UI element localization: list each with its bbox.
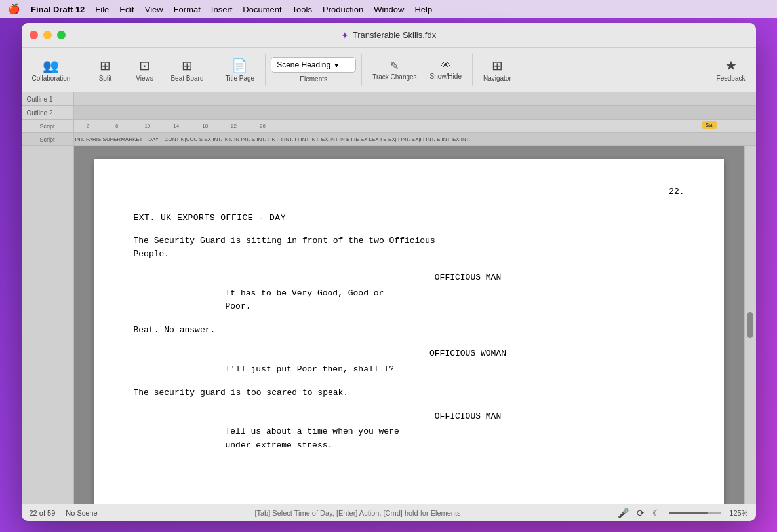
scene-heading-text: Scene Heading: [277, 60, 330, 69]
zoom-level: 125%: [729, 509, 747, 517]
divider-1: [81, 54, 81, 86]
menu-production[interactable]: Production: [317, 3, 369, 16]
character-3: OFFICIOUS MAN: [134, 410, 685, 423]
split-label: Split: [99, 75, 111, 82]
nav-scenes[interactable]: INT. PARIS SUPERMARKET – DAY – CONTIN[UO…: [74, 133, 756, 145]
outline2-label[interactable]: Outline 2: [27, 109, 53, 117]
outline2-sidebar: Outline 2: [22, 106, 74, 119]
beat-board-label: Beat Board: [170, 75, 203, 82]
ruler-script-label: Script: [39, 123, 54, 130]
toolbar: 👥 Collaboration ⊞ Split ⊡ Views ⊞ Beat B…: [22, 48, 756, 92]
action-3: The security guard is too scared to spea…: [134, 387, 685, 400]
scene-heading: EXT. UK EXPORTS OFFICE - DAY: [134, 212, 685, 225]
beat-board-icon: ⊞: [182, 58, 193, 73]
zoom-slider[interactable]: [669, 512, 721, 514]
menu-tools[interactable]: Tools: [287, 3, 317, 16]
nav-strip: Script INT. PARIS SUPERMARKET – DAY – CO…: [22, 133, 756, 146]
track-changes-icon: ✎: [390, 60, 399, 72]
feedback-button[interactable]: ★ Feedback: [711, 55, 751, 85]
mic-icon[interactable]: 🎤: [618, 508, 629, 518]
title-page-button[interactable]: 📄 Title Page: [220, 55, 260, 85]
statusbar: 22 of 59 No Scene [Tab] Select Time of D…: [22, 504, 756, 521]
scrollbar-thumb[interactable]: [747, 312, 753, 338]
divider-4: [361, 54, 362, 86]
content-area: 22. EXT. UK EXPORTS OFFICE - DAY The Sec…: [22, 146, 756, 504]
menu-insert[interactable]: Insert: [206, 3, 238, 16]
track-changes-button[interactable]: ✎ Track Changes: [367, 57, 422, 83]
character-2: OFFICIOUS WOMAN: [134, 347, 685, 360]
outline1-label[interactable]: Outline 1: [27, 96, 53, 103]
outline-sidebar: Outline 1: [22, 92, 74, 105]
window-controls: [30, 31, 66, 39]
menu-format[interactable]: Format: [169, 3, 206, 16]
scene-info: No Scene: [66, 509, 97, 517]
action-1: The Security Guard is sitting in front o…: [134, 235, 685, 261]
dialogue-2: I'll just put Poor then, shall I?: [134, 363, 685, 376]
menu-edit[interactable]: Edit: [114, 3, 139, 16]
outline-bar: Outline 1: [22, 92, 756, 106]
title-page-icon: 📄: [231, 58, 248, 73]
page-count: 22 of 59: [30, 509, 56, 517]
feedback-label: Feedback: [717, 75, 746, 82]
navigator-icon: ⊞: [492, 58, 503, 73]
collaboration-label: Collaboration: [32, 75, 71, 82]
dark-mode-icon[interactable]: ☾: [652, 508, 661, 518]
dialogue-3: Tell us about a time when you wereunder …: [134, 425, 685, 451]
sync-icon[interactable]: ⟳: [637, 508, 645, 518]
elements-label: Elements: [300, 75, 327, 83]
outline2-content: [74, 106, 756, 119]
titlebar: ✦ Transferable Skills.fdx: [22, 23, 756, 48]
script-area[interactable]: 22. EXT. UK EXPORTS OFFICE - DAY The Sec…: [74, 146, 744, 504]
collaboration-button[interactable]: 👥 Collaboration: [27, 55, 76, 85]
minimize-button[interactable]: [43, 31, 52, 39]
menu-document[interactable]: Document: [237, 3, 287, 16]
show-hide-label: Show/Hide: [430, 73, 462, 80]
menu-window[interactable]: Window: [369, 3, 409, 16]
script-page: 22. EXT. UK EXPORTS OFFICE - DAY The Sec…: [94, 159, 724, 504]
statusbar-left: 22 of 59 No Scene: [30, 509, 98, 517]
navigator-button[interactable]: ⊞ Navigator: [478, 55, 517, 85]
menu-file[interactable]: File: [90, 3, 114, 16]
statusbar-right: 🎤 ⟳ ☾ 125%: [618, 508, 747, 518]
views-label: Views: [136, 75, 153, 82]
app-window: ✦ Transferable Skills.fdx 👥 Collaboratio…: [22, 23, 756, 521]
left-sidebar: [22, 146, 74, 504]
character-1: OFFICIOUS MAN: [134, 271, 685, 284]
ruler-marks: 2 6 10 14 18 22 26 Sal: [74, 120, 756, 132]
hint-text: [Tab] Select Time of Day, [Enter] Action…: [254, 509, 460, 517]
dropdown-arrow-icon: ▼: [333, 62, 340, 69]
close-button[interactable]: [30, 31, 38, 39]
views-button[interactable]: ⊡ Views: [126, 55, 163, 85]
title-text: Transferable Skills.fdx: [353, 30, 436, 40]
file-icon: ✦: [341, 30, 349, 41]
nav-sidebar-script: Script: [22, 133, 74, 145]
menu-view[interactable]: View: [140, 3, 169, 16]
split-button[interactable]: ⊞ Split: [87, 55, 123, 85]
outline1-content: [74, 92, 756, 105]
show-hide-icon: 👁: [441, 60, 451, 71]
sal-highlight: Sal: [702, 121, 716, 129]
ruler-main: 2 6 10 14 18 22 26 Sal: [74, 120, 756, 132]
feedback-icon: ★: [725, 58, 737, 73]
collaboration-icon: 👥: [43, 58, 59, 73]
scene-heading-dropdown[interactable]: Scene Heading ▼: [271, 57, 356, 73]
window-title: ✦ Transferable Skills.fdx: [341, 30, 436, 41]
page-number: 22.: [134, 185, 685, 199]
divider-2: [214, 54, 214, 86]
right-scrollbar[interactable]: [744, 146, 756, 504]
menu-help[interactable]: Help: [409, 3, 437, 16]
maximize-button[interactable]: [57, 31, 66, 39]
app-name[interactable]: Final Draft 12: [26, 3, 90, 16]
show-hide-button[interactable]: 👁 Show/Hide: [425, 57, 467, 83]
divider-5: [472, 54, 473, 86]
views-icon: ⊡: [139, 58, 150, 73]
title-page-label: Title Page: [225, 75, 254, 82]
outline-bar-2: Outline 2: [22, 106, 756, 120]
beat-board-button[interactable]: ⊞ Beat Board: [165, 55, 209, 85]
ruler-container: Script 2 6 10 14 18 22 26 Sal: [22, 120, 756, 133]
divider-3: [265, 54, 266, 86]
navigator-label: Navigator: [483, 75, 511, 82]
apple-menu[interactable]: 🍎: [8, 3, 20, 15]
statusbar-hint: [Tab] Select Time of Day, [Enter] Action…: [98, 509, 618, 517]
zoom-fill: [669, 512, 708, 514]
